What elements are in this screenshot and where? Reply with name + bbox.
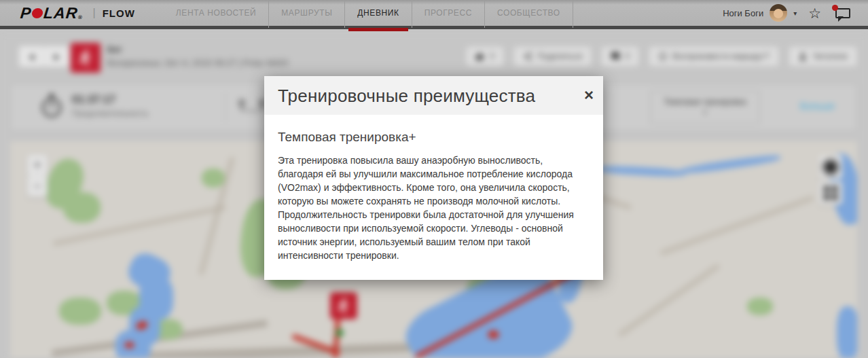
avatar[interactable] xyxy=(770,4,787,22)
map-road xyxy=(659,195,814,256)
modal-body: Темповая тренировка+ Эта тренировка повы… xyxy=(264,115,603,280)
nav-item-routes[interactable]: МАРШРУТЫ xyxy=(269,0,345,28)
nav-item-community[interactable]: СООБЩЕСТВО xyxy=(485,0,573,28)
training-benefit-box: Темповая тренировка + xyxy=(650,90,760,124)
session-pager: ◀ ▶ xyxy=(19,46,69,67)
chevron-down-icon[interactable]: ▾ xyxy=(793,10,797,17)
map-water xyxy=(679,154,781,176)
session-actions: 0 Поделиться 0 Воспроизвести маршрут? Чи… xyxy=(466,46,857,67)
benefit-description: Эта тренировка повысила вашу анаэробную … xyxy=(278,154,590,262)
thumb-up-icon xyxy=(475,52,485,61)
zoom-out-button[interactable]: − xyxy=(27,176,48,197)
replay-label: Воспроизвести маршрут? xyxy=(672,52,770,61)
prev-session-button[interactable]: ◀ xyxy=(19,46,45,67)
favorites-star-icon[interactable]: ☆ xyxy=(808,6,821,20)
like-button[interactable]: 0 xyxy=(466,46,504,67)
map-road xyxy=(132,342,445,358)
more-link[interactable]: Больше xyxy=(800,101,835,111)
divider: | xyxy=(93,7,96,19)
share-icon xyxy=(523,52,532,61)
nav-item-progress[interactable]: ПРОГРЕСС xyxy=(412,0,485,28)
divider xyxy=(225,92,225,122)
replay-icon xyxy=(658,52,668,61)
map-park xyxy=(747,298,773,315)
benefit-line2: + xyxy=(651,107,759,118)
route-end-dot xyxy=(336,329,344,337)
modal-title: Тренировочные преимущества xyxy=(278,86,535,106)
share-label: Поделиться xyxy=(537,52,582,61)
distance-icon xyxy=(238,98,266,115)
route-point xyxy=(488,330,499,339)
running-sport-icon xyxy=(71,43,101,73)
bullseye-icon xyxy=(825,162,836,173)
benefit-line1: Темповая тренировка xyxy=(651,96,759,107)
route-point xyxy=(124,342,134,348)
header-right: Ноги Боги ▾ ☆ xyxy=(723,4,868,22)
notification-dot xyxy=(832,5,838,11)
map-park xyxy=(202,168,225,187)
stopwatch-icon xyxy=(40,93,63,120)
page: PLAR® | FLOW ЛЕНТА НОВОСТЕЙ МАРШРУТЫ ДНЕ… xyxy=(0,0,868,358)
map-water xyxy=(598,165,686,178)
map-zoom-control: + − xyxy=(27,155,48,197)
benefit-subtitle: Темповая тренировка+ xyxy=(278,130,590,145)
nav-item-news-feed[interactable]: ЛЕНТА НОВОСТЕЙ xyxy=(164,0,269,28)
followers-button[interactable]: Читатели xyxy=(789,46,857,67)
session-sport-label: Бег xyxy=(107,44,122,54)
comment-icon xyxy=(611,52,620,61)
polar-logo[interactable]: PLAR® xyxy=(20,4,84,22)
session-meta: Воскресенье, Окт 4, 2015 06:27 | Polar M… xyxy=(107,58,289,68)
top-nav-bar: PLAR® | FLOW ЛЕНТА НОВОСТЕЙ МАРШРУТЫ ДНЕ… xyxy=(0,0,868,29)
logo-text: LAR xyxy=(43,4,79,22)
map-road xyxy=(617,263,721,338)
share-button[interactable]: Поделиться xyxy=(513,46,592,67)
close-icon[interactable]: × xyxy=(584,87,594,103)
username[interactable]: Ноги Боги xyxy=(723,8,763,18)
locate-button[interactable] xyxy=(819,156,842,179)
duration-value: 01:37:17 xyxy=(72,94,115,106)
route-start-marker xyxy=(330,292,357,319)
runner-icon xyxy=(335,297,352,315)
polar-logo-red-dot-icon xyxy=(32,8,44,18)
comments-button[interactable]: 0 xyxy=(601,46,639,67)
logo-text: P xyxy=(20,4,33,22)
person-icon xyxy=(798,52,808,61)
next-session-button[interactable]: ▶ xyxy=(45,46,70,67)
registered-mark: ® xyxy=(78,14,84,20)
modal-header: Тренировочные преимущества × xyxy=(264,76,603,115)
main-nav: ЛЕНТА НОВОСТЕЙ МАРШРУТЫ ДНЕВНИК ПРОГРЕСС… xyxy=(164,0,573,28)
fullscreen-button[interactable] xyxy=(819,181,842,204)
map-park xyxy=(63,192,101,223)
like-count: 0 xyxy=(490,52,494,61)
nav-item-diary[interactable]: ДНЕВНИК xyxy=(345,0,412,28)
followers-label: Читатели xyxy=(812,52,848,61)
map-water xyxy=(837,306,857,358)
map-park xyxy=(59,298,101,325)
training-benefit-modal: Тренировочные преимущества × Темповая тр… xyxy=(264,76,603,280)
duration-label: Продолжительность xyxy=(72,109,149,118)
flow-brand: FLOW xyxy=(103,7,135,19)
messages-icon[interactable] xyxy=(835,8,850,18)
comment-count: 0 xyxy=(625,52,630,61)
replay-route-button[interactable]: Воспроизвести маршрут? xyxy=(649,46,779,67)
zoom-in-button[interactable]: + xyxy=(27,155,48,176)
